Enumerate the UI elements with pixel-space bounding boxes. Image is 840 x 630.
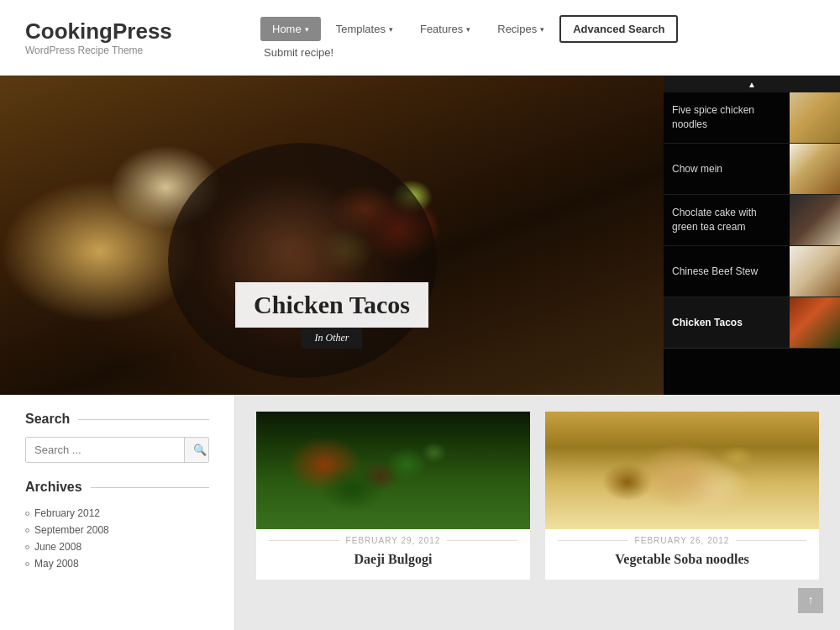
recipe-list-text: Chicken Tacos (664, 297, 790, 348)
archive-bullet-icon (25, 562, 29, 566)
post-meta: FEBRUARY 26, 2012 (558, 529, 806, 549)
posts-grid: FEBRUARY 29, 2012 Daeji Bulgogi FEBRUARY… (256, 412, 819, 580)
title-divider (91, 487, 209, 488)
recipe-thumbnail (790, 297, 840, 348)
recipe-list-text: Chow mein (664, 144, 790, 194)
archives-section: Archives February 2012 September 2008 Ju… (25, 480, 209, 572)
nav-item-features[interactable]: Features ▾ (408, 17, 482, 41)
nav-item-home[interactable]: Home ▾ (260, 17, 321, 41)
chevron-down-icon: ▾ (389, 25, 393, 34)
site-header: CookingPress WordPress Recipe Theme Home… (0, 0, 840, 76)
main-wrap: Search 🔍 Archives February 2012 Septembe… (0, 395, 840, 630)
content-area: FEBRUARY 29, 2012 Daeji Bulgogi FEBRUARY… (235, 395, 840, 630)
hero-section: Chicken Tacos In Other ▲ Five spice chic… (0, 76, 840, 395)
nav-item-recipes[interactable]: Recipes ▾ (486, 17, 556, 41)
archive-item[interactable]: June 2008 (25, 538, 209, 555)
post-title[interactable]: Daeji Bulgogi (256, 549, 530, 580)
recipe-thumbnail (790, 195, 840, 245)
hero-category-badge: In Other (301, 328, 362, 349)
recipe-list-text: Choclate cake with green tea cream (664, 195, 790, 245)
search-section-title: Search (25, 412, 209, 427)
archive-item[interactable]: September 2008 (25, 522, 209, 538)
sidebar: Search 🔍 Archives February 2012 Septembe… (0, 395, 235, 630)
site-branding: CookingPress WordPress Recipe Theme (25, 18, 260, 56)
hero-image: Chicken Tacos In Other (0, 76, 664, 395)
list-item[interactable]: Chinese Beef Stew (664, 246, 840, 297)
meta-line (447, 540, 517, 541)
post-title[interactable]: Vegetable Soba noodles (545, 549, 819, 580)
list-item[interactable]: Chow mein (664, 144, 840, 195)
list-item[interactable]: Five spice chicken noodles (664, 92, 840, 144)
archives-section-title: Archives (25, 480, 209, 495)
chevron-down-icon: ▾ (466, 25, 470, 34)
site-title: CookingPress (25, 18, 260, 45)
meta-line (558, 540, 628, 541)
search-input[interactable] (26, 438, 184, 462)
nav-item-advanced-search[interactable]: Advanced Search (559, 15, 678, 43)
post-thumbnail[interactable] (545, 412, 819, 529)
meta-line (269, 540, 339, 541)
recipe-sidebar: ▲ Five spice chicken noodles Chow mein C… (664, 76, 840, 395)
scroll-up-indicator[interactable]: ▲ (664, 76, 840, 92)
archive-bullet-icon (25, 545, 29, 549)
submit-recipe-link[interactable]: Submit recipe! (264, 46, 333, 59)
recipe-list-text: Chinese Beef Stew (664, 246, 790, 297)
archive-bullet-icon (25, 512, 29, 516)
scroll-to-top-button[interactable]: ↑ (798, 588, 823, 613)
chevron-down-icon: ▾ (305, 25, 309, 34)
recipe-thumbnail (790, 246, 840, 297)
post-meta: FEBRUARY 29, 2012 (269, 529, 517, 549)
hero-dish-title: Chicken Tacos (235, 282, 428, 328)
recipe-list-text: Five spice chicken noodles (664, 92, 790, 143)
search-box: 🔍 (25, 437, 209, 463)
archive-item[interactable]: February 2012 (25, 505, 209, 522)
chevron-down-icon: ▾ (540, 25, 544, 34)
site-tagline: WordPress Recipe Theme (25, 45, 260, 56)
list-item[interactable]: Chicken Tacos (664, 297, 840, 349)
post-card: FEBRUARY 29, 2012 Daeji Bulgogi (256, 412, 530, 580)
list-item[interactable]: Choclate cake with green tea cream (664, 195, 840, 246)
search-button[interactable]: 🔍 (184, 438, 209, 462)
search-section: Search 🔍 (25, 412, 209, 463)
meta-line (736, 540, 806, 541)
archive-bullet-icon (25, 528, 29, 533)
main-nav: Home ▾ Templates ▾ Features ▾ Recipes ▾ … (260, 15, 815, 60)
archive-item[interactable]: May 2008 (25, 555, 209, 572)
recipe-thumbnail (790, 144, 840, 194)
title-divider (78, 419, 209, 420)
hero-title-overlay: Chicken Tacos In Other (235, 282, 428, 349)
recipe-thumbnail (790, 92, 840, 143)
post-card: FEBRUARY 26, 2012 Vegetable Soba noodles (545, 412, 819, 580)
post-thumbnail[interactable] (256, 412, 530, 529)
nav-item-templates[interactable]: Templates ▾ (324, 17, 405, 41)
